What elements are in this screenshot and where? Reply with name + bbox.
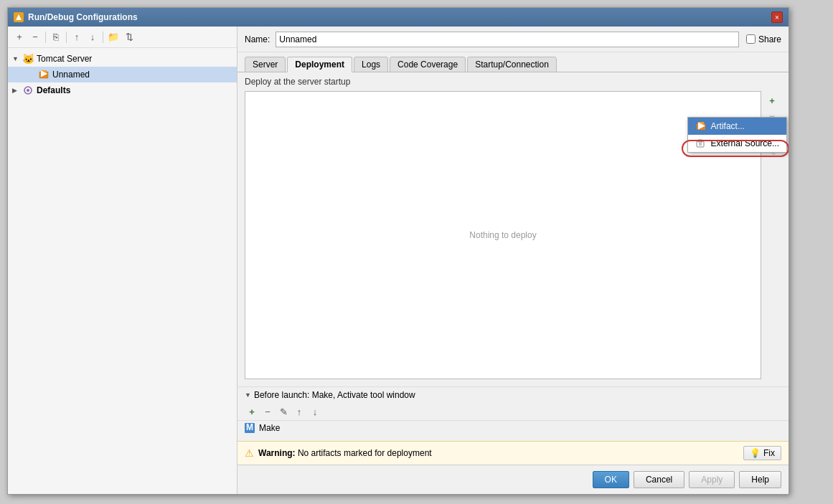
move-down-button[interactable]: ↓ bbox=[85, 30, 100, 44]
run-debug-dialog: Run/Debug Configurations × + − ⎘ ↑ ↓ 📁 ⇅ bbox=[7, 7, 789, 495]
tab-code-coverage[interactable]: Code Coverage bbox=[390, 57, 466, 72]
tree-item-unnamed[interactable]: ▶ Unnamed bbox=[8, 67, 237, 82]
name-row: Name: Share bbox=[237, 27, 789, 52]
share-checkbox-input[interactable] bbox=[746, 34, 756, 44]
defaults-arrow: ▶ bbox=[12, 87, 22, 94]
deploy-header: Deploy at the server startup bbox=[237, 72, 789, 91]
tree-item-defaults[interactable]: ▶ Defaults bbox=[8, 82, 237, 98]
dropdown-menu: ▶ Artifact... bbox=[687, 117, 787, 153]
before-launch-edit[interactable]: ✎ bbox=[276, 404, 291, 419]
deployment-area: Deploy at the server startup Nothing to … bbox=[237, 72, 789, 465]
folder-button[interactable]: 📁 bbox=[106, 30, 121, 44]
defaults-icon bbox=[22, 85, 34, 96]
separator bbox=[103, 32, 103, 43]
copy-config-button[interactable]: ⎘ bbox=[49, 30, 63, 44]
tomcat-group-icon: 🐱 bbox=[22, 53, 34, 65]
help-button[interactable]: Help bbox=[739, 471, 781, 488]
remove-config-button[interactable]: − bbox=[28, 30, 42, 44]
before-launch-header[interactable]: ▼ Before launch: Make, Activate tool win… bbox=[237, 387, 789, 403]
before-launch-add[interactable]: + bbox=[245, 404, 259, 419]
close-button[interactable]: × bbox=[771, 11, 783, 23]
tab-logs[interactable]: Logs bbox=[354, 57, 388, 72]
deploy-list: Nothing to deploy bbox=[245, 91, 761, 379]
tree-item-label: Unnamed bbox=[52, 70, 90, 80]
title-bar-left: Run/Debug Configurations bbox=[14, 12, 138, 22]
separator bbox=[45, 32, 46, 43]
cancel-button[interactable]: Cancel bbox=[634, 471, 684, 488]
before-launch: ▼ Before launch: Make, Activate tool win… bbox=[237, 386, 789, 441]
config-tree: ▼ 🐱 Tomcat Server ▶ Unnamed bbox=[8, 48, 237, 494]
tree-group-tomcat[interactable]: ▼ 🐱 Tomcat Server bbox=[8, 51, 237, 67]
before-launch-label: Before launch: Make, Activate tool windo… bbox=[254, 390, 415, 400]
share-label: Share bbox=[758, 34, 781, 44]
before-launch-item: M Make bbox=[237, 421, 789, 435]
svg-marker-0 bbox=[16, 14, 22, 20]
right-panel: Name: Share Server Deployment Logs Code … bbox=[237, 27, 789, 494]
svg-text:▶: ▶ bbox=[697, 121, 705, 130]
empty-message: Nothing to deploy bbox=[469, 230, 536, 240]
config-item-icon: ▶ bbox=[38, 69, 50, 80]
before-launch-arrow: ▼ bbox=[245, 391, 251, 399]
artifact-label: Artifact... bbox=[711, 121, 745, 131]
separator bbox=[66, 32, 67, 43]
defaults-label: Defaults bbox=[37, 85, 70, 95]
expand-arrow: ▼ bbox=[12, 55, 22, 62]
add-config-button[interactable]: + bbox=[12, 30, 27, 44]
tree-group-label: Tomcat Server bbox=[37, 54, 92, 64]
before-launch-up[interactable]: ↑ bbox=[292, 404, 306, 419]
left-panel: + − ⎘ ↑ ↓ 📁 ⇅ ▼ 🐱 Tomcat Server bbox=[8, 27, 237, 494]
deploy-add-button[interactable]: + bbox=[764, 92, 780, 108]
ok-button[interactable]: OK bbox=[593, 471, 629, 488]
svg-text:M: M bbox=[246, 424, 253, 432]
warning-row: ⚠ Warning: No artifacts marked for deplo… bbox=[237, 441, 789, 465]
make-label: Make bbox=[259, 423, 280, 433]
title-bar: Run/Debug Configurations × bbox=[8, 8, 789, 27]
share-checkbox[interactable]: Share bbox=[746, 34, 781, 44]
tab-deployment[interactable]: Deployment bbox=[287, 57, 352, 72]
bottom-buttons: OK Cancel Apply Help bbox=[237, 465, 789, 494]
name-input[interactable] bbox=[276, 32, 739, 47]
fix-label: Fix bbox=[763, 448, 775, 458]
before-launch-toolbar: + − ✎ ↑ ↓ bbox=[237, 403, 789, 421]
dialog-icon bbox=[14, 12, 24, 22]
left-toolbar: + − ⎘ ↑ ↓ 📁 ⇅ bbox=[8, 27, 237, 48]
dialog-title: Run/Debug Configurations bbox=[28, 12, 138, 22]
before-launch-remove[interactable]: − bbox=[260, 404, 275, 419]
fix-icon: 💡 bbox=[750, 448, 761, 458]
before-launch-list: M Make bbox=[237, 421, 789, 441]
tabs-row: Server Deployment Logs Code Coverage Sta… bbox=[237, 52, 789, 72]
warning-icon: ⚠ bbox=[245, 447, 254, 459]
deploy-content: Nothing to deploy + ▼ ▲ ✎ bbox=[237, 91, 789, 386]
fix-button[interactable]: 💡 Fix bbox=[743, 446, 781, 460]
dropdown-item-artifact[interactable]: ▶ Artifact... bbox=[688, 118, 786, 135]
move-up-button[interactable]: ↑ bbox=[70, 30, 84, 44]
main-content: + − ⎘ ↑ ↓ 📁 ⇅ ▼ 🐱 Tomcat Server bbox=[8, 27, 789, 494]
name-label: Name: bbox=[245, 34, 270, 44]
tab-startup[interactable]: Startup/Connection bbox=[467, 57, 557, 72]
apply-button[interactable]: Apply bbox=[689, 471, 735, 488]
warning-text: Warning: No artifacts marked for deploym… bbox=[258, 448, 739, 458]
make-icon: M bbox=[245, 423, 255, 433]
external-source-label: External Source... bbox=[711, 138, 779, 148]
svg-point-5 bbox=[27, 89, 29, 92]
external-source-icon bbox=[695, 138, 707, 149]
tab-server[interactable]: Server bbox=[245, 57, 286, 72]
before-launch-down[interactable]: ↓ bbox=[308, 404, 322, 419]
svg-text:▶: ▶ bbox=[41, 70, 48, 78]
sort-button[interactable]: ⇅ bbox=[122, 30, 136, 44]
dropdown-item-external[interactable]: External Source... bbox=[688, 135, 786, 152]
artifact-icon: ▶ bbox=[695, 120, 707, 132]
